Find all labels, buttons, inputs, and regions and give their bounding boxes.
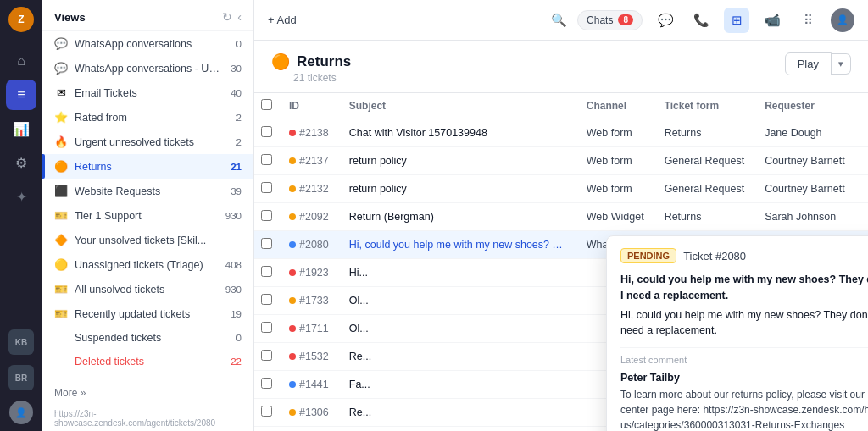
sidebar-item-urgent[interactable]: 🔥 Urgent unresolved tickets 2 [42,130,253,154]
row-checkbox[interactable] [254,427,279,432]
collapse-icon[interactable]: ‹ [237,10,242,24]
table-col-id: ID [279,93,339,119]
sidebar-items: 💬 WhatsApp conversations 0 💬 WhatsApp co… [42,31,253,379]
user-profile-avatar[interactable]: 👤 [831,8,854,32]
play-dropdown-button[interactable]: ▾ [832,53,851,75]
row-checkbox[interactable] [254,259,279,287]
ticket-form: Returns [654,119,755,147]
ticket-id: #2138 [279,119,339,147]
sidebar-item-label-urgent: Urgent unresolved tickets [75,136,230,148]
chats-count: 8 [618,14,633,25]
table-col-channel[interactable]: Channel [576,93,654,119]
comment-author: Peter Tailby [620,372,680,384]
row-checkbox[interactable] [254,175,279,203]
sidebar-item-count-triage: 408 [225,260,242,270]
user-avatar[interactable]: 👤 [9,401,33,424]
whatsapp-icon-2: 💬 [54,62,68,75]
refresh-icon[interactable]: ↻ [222,10,232,24]
sidebar-item-all-unsolved[interactable]: 🎫 All unsolved tickets 930 [42,277,253,301]
ticket-subject: Sh... [339,427,576,432]
row-checkbox[interactable] [254,147,279,175]
tickets-icon[interactable]: ≡ [6,80,36,110]
play-btn-group: Play ▾ [785,52,851,75]
table-row[interactable]: #2132 return policy Web form General Req… [254,175,868,203]
ticket-subject: Ol... [339,287,576,315]
chat-icon[interactable]: 💬 [653,8,678,33]
sidebar-item-returns[interactable]: 🟠 Returns 21 [42,154,253,179]
row-checkbox[interactable] [254,287,279,315]
sidebar-item-whatsapp-unassigned[interactable]: 💬 WhatsApp conversations - Unass... 30 [42,56,253,80]
reports-icon[interactable]: 📊 [6,113,36,144]
sidebar-item-website[interactable]: ⬛ Website Requests 39 [42,179,253,203]
all-unsolved-icon: 🎫 [54,283,68,296]
ticket-subject: Ol... [339,315,576,343]
sidebar-item-label-email: Email Tickets [75,87,224,99]
tier1-icon: 🎫 [54,209,68,222]
table-col-requester[interactable]: Requester [754,93,857,119]
phone-icon[interactable]: 📞 [688,8,714,33]
ticket-id: #1923 [279,259,339,287]
row-checkbox[interactable] [254,371,279,399]
view-subtitle: 21 tickets [271,72,351,92]
table-col-requested[interactable]: Requested ▼ [857,93,868,119]
ticket-form: General Request [654,175,755,203]
chats-badge[interactable]: Chats 8 [577,10,643,30]
row-checkbox[interactable] [254,119,279,147]
sidebar-item-suspended[interactable]: Suspended tickets 0 [42,326,253,350]
sidebar-item-label-unsolved: Your unsolved tickets [Skil... [75,235,235,246]
brand-logo: Z [8,7,34,32]
row-checkbox[interactable] [254,231,279,259]
table-col-subject[interactable]: Subject [339,93,576,119]
table-row[interactable]: #2137 return policy Web form General Req… [254,147,868,175]
kb-button[interactable]: KB [8,329,34,355]
add-button[interactable]: + Add [268,14,297,26]
apps-icon[interactable]: ✦ [6,181,36,212]
sidebar-item-count-email: 40 [231,88,242,98]
email-icon: ✉ [54,86,68,99]
table-col-checkbox [254,93,279,119]
video-icon[interactable]: 📹 [760,8,785,33]
ticket-requested: Oct 03 [857,175,868,203]
view-icon: 🟠 [271,52,290,71]
sidebar-item-deleted[interactable]: Deleted tickets 22 [42,350,253,373]
br-button[interactable]: BR [8,365,34,390]
table-row[interactable]: #2092 Return (Bergman) Web Widget Return… [254,203,868,231]
select-all-checkbox[interactable] [261,99,272,110]
grid-icon[interactable]: ⊞ [724,8,749,33]
more-link[interactable]: More » [54,387,86,399]
ticket-requested: Oct 03 [857,119,868,147]
sidebar-item-triage[interactable]: 🟡 Unassigned tickets (Triage) 408 [42,252,253,277]
url-bar: https://z3n-showcase.zendesk.com/agent/t… [42,406,253,431]
row-checkbox[interactable] [254,343,279,371]
sidebar-item-rated[interactable]: ⭐ Rated from 2 [42,105,253,130]
row-checkbox[interactable] [254,399,279,427]
table-row[interactable]: #2138 Chat with Visitor 1570139948 Web f… [254,119,868,147]
apps-grid-icon[interactable]: ⠿ [795,8,821,33]
settings-icon[interactable]: ⚙ [6,147,36,178]
sidebar-item-tier1[interactable]: 🎫 Tier 1 Support 930 [42,203,253,228]
sidebar-item-label-rated: Rated from [75,112,230,124]
table-col-form[interactable]: Ticket form [654,93,755,119]
sidebar-item-label-tier1: Tier 1 Support [75,210,219,222]
unsolved-icon: 🔶 [54,234,68,246]
home-icon[interactable]: ⌂ [6,46,36,76]
ticket-subject: Re... [339,399,576,427]
sidebar-item-unsolved[interactable]: 🔶 Your unsolved tickets [Skil... [42,228,253,252]
sidebar-item-whatsapp-assigned[interactable]: 💬 WhatsApp conversations 0 [42,31,253,56]
search-icon[interactable]: 🔍 [551,13,567,28]
sidebar-item-count-all-unsolved: 930 [225,285,242,295]
popup-body-text: Hi, could you help me with my new shoes?… [620,309,868,337]
fire-icon: 🔥 [54,135,68,148]
ticket-subject: Hi, could you help me with my new shoes?… [339,231,576,259]
ticket-requester: Jane Dough [754,119,857,147]
sidebar-item-count-urgent: 2 [236,137,242,147]
sidebar-item-count-deleted: 22 [231,356,242,367]
row-checkbox[interactable] [254,315,279,343]
row-checkbox[interactable] [254,203,279,231]
topbar: + Add 🔍 Chats 8 💬 📞 ⊞ 📹 ⠿ 👤 [254,0,868,41]
content: 🟠 Returns 21 tickets Play ▾ ID Subject C… [254,41,868,431]
sidebar-item-recently-updated[interactable]: 🎫 Recently updated tickets 19 [42,301,253,326]
sidebar-title: Views [54,11,86,24]
sidebar-item-email[interactable]: ✉ Email Tickets 40 [42,80,253,105]
play-button[interactable]: Play [785,52,832,75]
